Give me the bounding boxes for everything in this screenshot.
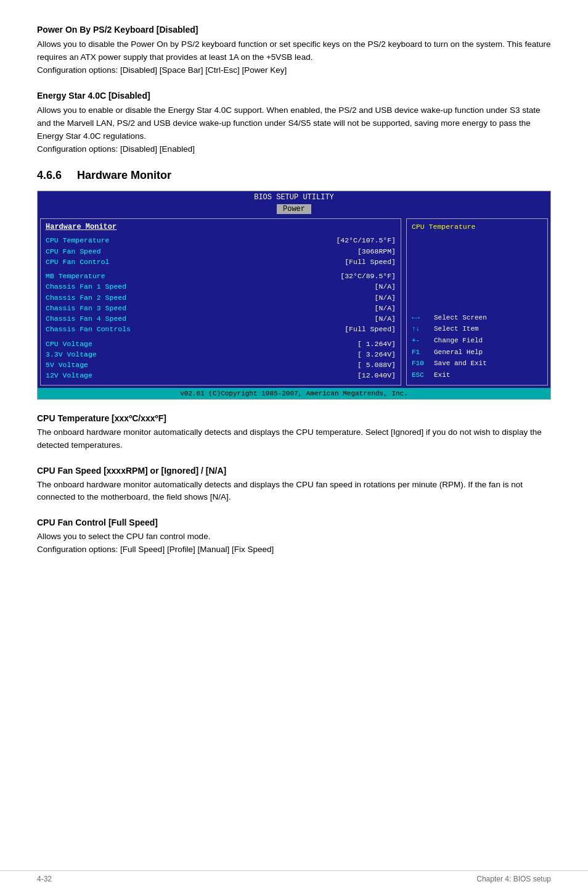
energy-star-body: Allows you to enable or disable the Ener…	[37, 104, 551, 156]
bios-left-panel: Hardware Monitor CPU Temperature [42°C/1…	[40, 218, 401, 385]
bios-title: BIOS SETUP UTILITY	[38, 191, 550, 204]
bios-box: BIOS SETUP UTILITY Power Hardware Monito…	[37, 191, 551, 399]
bios-row-33v-voltage: 3.3V Voltage [ 3.264V]	[46, 349, 396, 360]
page-number: 4-32	[37, 875, 52, 883]
bios-row-chassis-fan1: Chassis Fan 1 Speed [N/A]	[46, 281, 396, 292]
bios-content: Hardware Monitor CPU Temperature [42°C/1…	[38, 216, 550, 387]
power-on-ps2-section: Power On By PS/2 Keyboard [Disabled] All…	[37, 25, 551, 77]
bios-right-title: CPU Temperature	[412, 223, 542, 231]
cpu-temp-section: CPU Temperature [xxxºC/xxxºF] The onboar…	[37, 413, 551, 452]
bios-group-voltage: CPU Voltage [ 1.264V] 3.3V Voltage [ 3.2…	[46, 339, 396, 381]
bios-tab-power[interactable]: Power	[277, 204, 311, 214]
bios-footer: v02.61 (C)Copyright 1985-2007, American …	[38, 388, 550, 399]
bios-left-header: Hardware Monitor	[46, 223, 396, 231]
bios-row-12v-voltage: 12V Voltage [12.040V]	[46, 370, 396, 381]
bios-help-select-item: ↑↓ Select Item	[412, 323, 542, 335]
bios-row-cpu-fan-control: CPU Fan Control [Full Speed]	[46, 257, 396, 267]
bios-help-section: ←→ Select Screen ↑↓ Select Item +- Chang…	[412, 312, 542, 381]
bios-row-chassis-fan-controls: Chassis Fan Controls [Full Speed]	[46, 324, 396, 334]
bios-help-general-help: F1 General Help	[412, 347, 542, 358]
bios-help-change-field: +- Change Field	[412, 335, 542, 347]
bios-row-chassis-fan2: Chassis Fan 2 Speed [N/A]	[46, 292, 396, 303]
bios-tab-bar: Power	[38, 204, 550, 216]
bios-help-select-screen: ←→ Select Screen	[412, 312, 542, 324]
cpu-fan-control-section: CPU Fan Control [Full Speed] Allows you …	[37, 518, 551, 556]
power-on-ps2-body: Allows you to disable the Power On by PS…	[37, 38, 551, 77]
cpu-fan-speed-body: The onboard hardware monitor automatical…	[37, 479, 551, 505]
bios-row-cpu-temp: CPU Temperature [42°C/107.5°F]	[46, 235, 396, 245]
bios-help-save-exit: F10 Save and Exit	[412, 358, 542, 369]
bios-row-cpu-voltage: CPU Voltage [ 1.264V]	[46, 339, 396, 349]
bios-help-exit: ESC Exit	[412, 369, 542, 381]
energy-star-section: Energy Star 4.0C [Disabled] Allows you t…	[37, 91, 551, 156]
energy-star-title: Energy Star 4.0C [Disabled]	[37, 91, 551, 101]
cpu-temp-title: CPU Temperature [xxxºC/xxxºF]	[37, 413, 551, 423]
power-on-ps2-title: Power On By PS/2 Keyboard [Disabled]	[37, 25, 551, 35]
chapter-label: Chapter 4: BIOS setup	[476, 875, 551, 883]
cpu-fan-control-title: CPU Fan Control [Full Speed]	[37, 518, 551, 527]
cpu-temp-body: The onboard hardware monitor automatical…	[37, 426, 551, 452]
chapter-heading: 4.6.6 Hardware Monitor	[37, 169, 551, 182]
bios-group-chassis: MB Temperature [32°C/89.5°F] Chassis Fan…	[46, 271, 396, 335]
bios-row-cpu-fan-speed: CPU Fan Speed [3068RPM]	[46, 246, 396, 257]
bottom-bar: 4-32 Chapter 4: BIOS setup	[0, 870, 588, 887]
cpu-fan-speed-section: CPU Fan Speed [xxxxRPM] or [Ignored] / […	[37, 466, 551, 505]
bios-row-5v-voltage: 5V Voltage [ 5.088V]	[46, 360, 396, 370]
bios-row-chassis-fan4: Chassis Fan 4 Speed [N/A]	[46, 313, 396, 324]
cpu-fan-control-body: Allows you to select the CPU fan control…	[37, 530, 551, 556]
bios-row-mb-temp: MB Temperature [32°C/89.5°F]	[46, 271, 396, 281]
bios-right-panel: CPU Temperature ←→ Select Screen ↑↓ Sele…	[406, 218, 548, 385]
bios-row-chassis-fan3: Chassis Fan 3 Speed [N/A]	[46, 303, 396, 313]
cpu-fan-speed-title: CPU Fan Speed [xxxxRPM] or [Ignored] / […	[37, 466, 551, 476]
bios-group-cpu: CPU Temperature [42°C/107.5°F] CPU Fan S…	[46, 235, 396, 267]
